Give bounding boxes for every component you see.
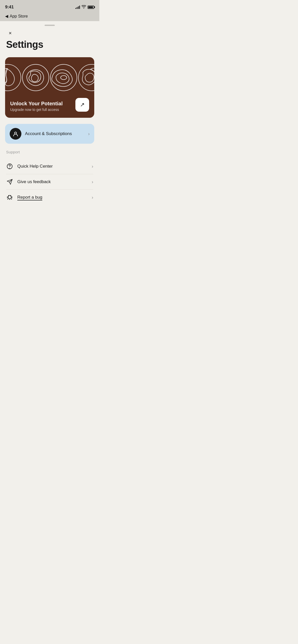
settings-sheet: × Settings — [0, 25, 99, 223]
menu-item-feedback[interactable]: Give us feedback › — [6, 174, 93, 190]
support-section: Support Quick Help Center › Give us — [6, 150, 93, 205]
quick-help-label: Quick Help Center — [17, 164, 88, 169]
back-arrow-icon: ◀ — [5, 14, 8, 19]
report-bug-label: Report a bug — [17, 195, 88, 200]
drag-handle[interactable] — [45, 25, 55, 26]
upgrade-card[interactable]: Unlock Your Potential Upgrade now to get… — [5, 57, 94, 118]
upgrade-arrow-icon: ↗ — [80, 101, 85, 108]
account-label: Account & Subscriptions — [25, 131, 85, 136]
close-button[interactable]: × — [6, 29, 14, 37]
svg-point-2 — [50, 64, 77, 91]
signal-icon — [75, 5, 80, 9]
support-section-header: Support — [6, 150, 93, 154]
app-store-label: App Store — [10, 14, 28, 19]
send-icon — [6, 178, 13, 185]
upgrade-subtitle: Upgrade now to get full access — [10, 108, 75, 112]
status-bar: 9:41 — [0, 0, 99, 13]
page-title: Settings — [6, 39, 93, 50]
upgrade-action-button[interactable]: ↗ — [75, 98, 89, 112]
account-card[interactable]: Account & Subscriptions › — [5, 124, 94, 144]
upgrade-text: Unlock Your Potential Upgrade now to get… — [10, 101, 75, 112]
svg-point-7 — [10, 168, 10, 168]
wifi-icon — [82, 5, 86, 9]
bug-icon — [6, 194, 13, 201]
upgrade-card-bottom: Unlock Your Potential Upgrade now to get… — [5, 98, 94, 112]
upgrade-card-decoration — [5, 57, 94, 98]
chevron-right-icon: › — [88, 131, 90, 137]
svg-point-5 — [15, 132, 17, 134]
chevron-right-icon: › — [92, 179, 93, 185]
svg-point-1 — [22, 64, 49, 91]
menu-item-report-bug[interactable]: Report a bug › — [6, 190, 93, 205]
svg-point-3 — [61, 76, 67, 80]
chevron-right-icon: › — [92, 164, 93, 169]
status-time: 9:41 — [5, 5, 14, 10]
svg-point-0 — [5, 64, 21, 91]
upgrade-title: Unlock Your Potential — [10, 101, 75, 107]
status-icons — [75, 5, 94, 9]
feedback-label: Give us feedback — [17, 179, 88, 184]
menu-item-quick-help[interactable]: Quick Help Center › — [6, 159, 93, 174]
chevron-right-icon: › — [92, 195, 93, 200]
app-store-bar[interactable]: ◀ App Store — [0, 13, 99, 21]
battery-icon — [88, 6, 94, 9]
account-section: Account & Subscriptions › — [5, 124, 94, 144]
avatar — [10, 128, 21, 140]
question-circle-icon — [6, 163, 13, 170]
